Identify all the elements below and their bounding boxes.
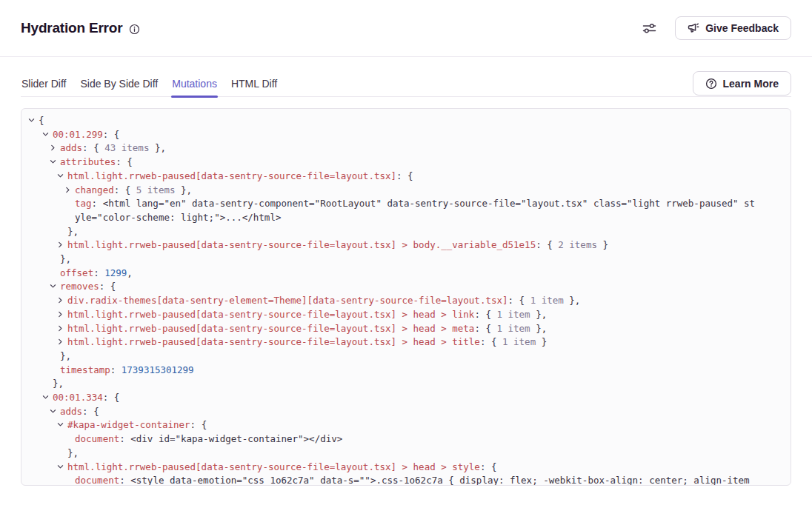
tree-key: document	[75, 475, 119, 486]
tree-key: html.light.rrweb-paused[data-sentry-sour…	[67, 461, 480, 472]
tree-punct: },	[564, 295, 581, 306]
tree-row: html.light.rrweb-paused[data-sentry-sour…	[21, 308, 791, 322]
caret-closed-icon[interactable]	[56, 322, 67, 332]
caret-open-icon[interactable]	[27, 114, 39, 124]
tree-punct: : {	[99, 281, 116, 292]
tree-punct: },	[175, 184, 192, 195]
tab-html-diff[interactable]: HTML Diff	[230, 71, 278, 96]
tree-count: 5 items	[136, 184, 176, 195]
tree-key: html.light.rrweb-paused[data-sentry-sour…	[67, 239, 536, 250]
tree-count: 43 items	[104, 142, 149, 153]
tab-bar: Slider DiffSide By Side DiffMutationsHTM…	[21, 71, 791, 97]
tree-punct: :	[93, 267, 104, 278]
tree-key: div.radix-themes[data-sentry-element=The…	[67, 295, 508, 306]
tree-punct: },	[60, 350, 71, 361]
tree-num: 1739315301299	[122, 364, 194, 375]
tree-punct: : {	[536, 239, 558, 250]
learn-more-label: Learn More	[723, 78, 779, 90]
tree-row: html.light.rrweb-paused[data-sentry-sour…	[21, 238, 791, 252]
tree-row: },	[21, 252, 791, 267]
modal-header: Hydration Error	[0, 0, 812, 57]
tree-punct: : {	[474, 309, 496, 320]
caret-open-icon[interactable]	[56, 461, 67, 471]
tree-text: <style data-emotion="css 1o62c7a" data-s…	[130, 475, 749, 486]
tree-punct: : {	[508, 295, 530, 306]
page-title: Hydration Error	[21, 20, 122, 36]
tree-key: html.light.rrweb-paused[data-sentry-sour…	[67, 309, 474, 320]
tree-key: attributes	[60, 156, 116, 167]
tree-key: adds	[60, 142, 82, 153]
tree-key: removes	[60, 281, 99, 292]
tree-key: #kapa-widget-container	[67, 419, 190, 430]
tree-key: tag	[75, 198, 92, 209]
hydration-error-modal: Hydration Error	[0, 0, 812, 505]
tree-row: changed: { 5 items },	[21, 184, 791, 198]
caret-open-icon[interactable]	[56, 418, 67, 429]
tree-punct: :	[110, 364, 122, 375]
tree-row: timestamp: 1739315301299	[21, 364, 791, 378]
tree-punct: : {	[114, 184, 136, 195]
tree-count: 1 item	[530, 295, 564, 306]
tree-row: #kapa-widget-container: {	[21, 418, 791, 432]
tree-row: html.light.rrweb-paused[data-sentry-sour…	[21, 461, 791, 475]
tree-row: adds: {	[21, 405, 791, 419]
tab-side-by-side-diff[interactable]: Side By Side Diff	[79, 71, 159, 96]
tree-text: yle="color-scheme: light;">...</html>	[75, 212, 281, 223]
tree-punct: :	[119, 475, 130, 486]
tree-row: },	[21, 225, 791, 239]
caret-closed-icon[interactable]	[56, 335, 67, 346]
tree-punct: },	[67, 447, 79, 458]
tab-list: Slider DiffSide By Side DiffMutationsHTM…	[21, 71, 791, 96]
tree-row: adds: { 43 items },	[21, 141, 791, 155]
caret-open-icon[interactable]	[49, 155, 60, 166]
tree-key: document	[75, 433, 119, 444]
tree-punct: : {	[474, 323, 496, 334]
tree-punct: : {	[82, 406, 99, 417]
caret-closed-icon[interactable]	[56, 308, 67, 318]
tree-key: html.light.rrweb-paused[data-sentry-sour…	[67, 336, 480, 347]
tree-row: removes: {	[21, 280, 791, 294]
tree-key: 00:01.334	[53, 392, 103, 403]
tree-punct: : {	[480, 461, 497, 472]
caret-open-icon[interactable]	[41, 391, 53, 401]
tree-punct: },	[53, 378, 64, 389]
tree-row: },	[21, 350, 791, 364]
tree-punct: },	[60, 253, 71, 264]
tree-row: document: <style data-emotion="css 1o62c…	[21, 474, 791, 486]
tree-row: offset: 1299,	[21, 267, 791, 281]
caret-open-icon[interactable]	[41, 128, 53, 138]
tree-key: 00:01.299	[53, 129, 103, 140]
tree-punct: : {	[396, 170, 413, 181]
tree-num: 1299	[104, 267, 127, 278]
tree-punct: :	[92, 198, 103, 209]
tree-punct: : {	[82, 142, 104, 153]
header-actions: Give Feedback	[640, 16, 791, 40]
tree-key: html.light.rrweb-paused[data-sentry-sour…	[67, 323, 474, 334]
tree-punct: },	[530, 323, 548, 334]
learn-more-button[interactable]: Learn More	[693, 71, 791, 96]
tab-slider-diff[interactable]: Slider Diff	[21, 71, 67, 96]
question-circle-icon	[705, 78, 717, 90]
caret-closed-icon[interactable]	[56, 238, 67, 249]
tree-punct: : {	[480, 336, 502, 347]
caret-open-icon[interactable]	[56, 170, 67, 180]
info-icon[interactable]	[129, 24, 140, 35]
tree-punct: },	[530, 309, 548, 320]
tab-mutations[interactable]: Mutations	[171, 71, 218, 96]
give-feedback-label: Give Feedback	[705, 22, 779, 34]
caret-open-icon[interactable]	[49, 280, 60, 290]
tree-row: 00:01.334: {	[21, 391, 791, 405]
tree-row: html.light.rrweb-paused[data-sentry-sour…	[21, 335, 791, 350]
caret-closed-icon[interactable]	[49, 141, 60, 152]
tree-punct: },	[67, 226, 79, 237]
tree-row: yle="color-scheme: light;">...</html>	[21, 211, 791, 225]
caret-closed-icon[interactable]	[64, 184, 75, 194]
tree-row: 00:01.299: {	[21, 128, 791, 142]
tree-count: 1 item	[496, 309, 530, 320]
tree-punct: },	[149, 142, 166, 153]
caret-open-icon[interactable]	[49, 405, 60, 415]
tree-count: 1 item	[502, 336, 536, 347]
caret-closed-icon[interactable]	[56, 294, 67, 304]
give-feedback-button[interactable]: Give Feedback	[675, 16, 791, 40]
settings-sliders-icon[interactable]	[640, 19, 659, 37]
